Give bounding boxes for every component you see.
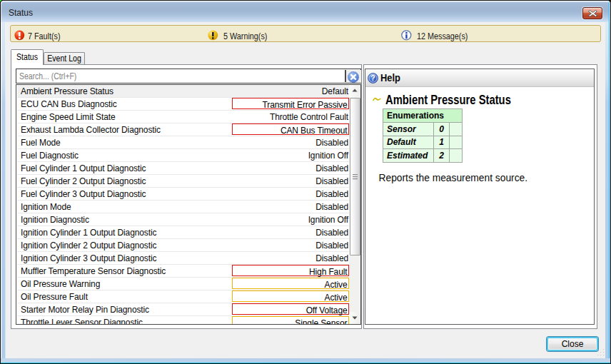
- svg-text:?: ?: [370, 74, 375, 82]
